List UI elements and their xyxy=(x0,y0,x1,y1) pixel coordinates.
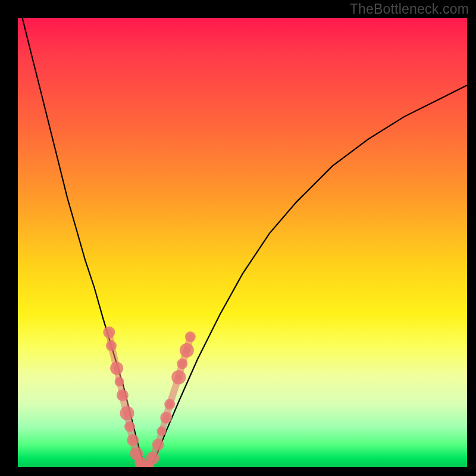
chart-frame: TheBottleneck.com xyxy=(0,0,476,476)
watermark-text: TheBottleneck.com xyxy=(350,1,469,17)
plot-area xyxy=(18,18,467,467)
data-marker xyxy=(185,331,196,342)
chart-svg xyxy=(18,18,467,467)
bottleneck-curve xyxy=(23,18,468,467)
marker-group xyxy=(103,327,196,468)
